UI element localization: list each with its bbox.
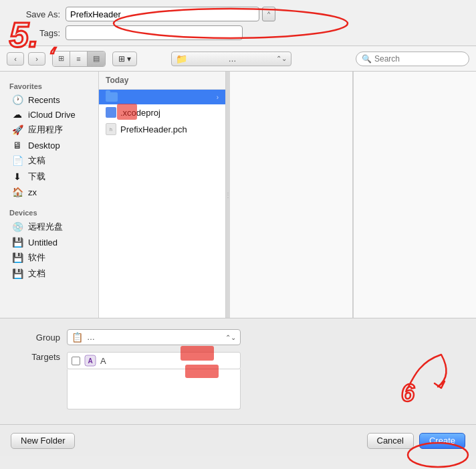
new-folder-button[interactable]: New Folder <box>11 433 75 449</box>
svg-text:A: A <box>88 357 92 365</box>
arrange-button[interactable]: ⊞ ▾ <box>112 52 137 66</box>
search-icon: 🔍 <box>362 54 372 64</box>
bottom-panel: Group 📋 … ⌃⌄ Targets A A <box>0 318 476 424</box>
sidebar-item-software[interactable]: 💾 软件 <box>3 250 96 266</box>
save-as-bar: Save As: ^ Tags: <box>0 0 476 46</box>
targets-rest <box>67 369 241 409</box>
xcodeproj-icon <box>106 107 116 118</box>
location-folder-icon: 📁 <box>176 54 187 64</box>
target-checkbox[interactable] <box>72 357 80 365</box>
location-chevrons: ⌃⌄ <box>276 55 287 62</box>
view-icon-button[interactable]: ⊞ <box>53 52 70 66</box>
expand-button[interactable]: ^ <box>262 7 275 21</box>
empty-column-2 <box>353 72 476 318</box>
search-input[interactable] <box>374 54 463 64</box>
view-column-button[interactable]: ▤ <box>88 52 105 66</box>
view-list-button[interactable]: ≡ <box>70 52 88 66</box>
file-columns: Today › .xcodeproj h PrefixHeader.pch <box>99 72 476 318</box>
group-label: Group <box>13 333 60 343</box>
tags-label: Tags: <box>13 28 60 38</box>
targets-label: Targets <box>13 352 60 362</box>
toolbar: ‹ › ⊞ ≡ ▤ ⊞ ▾ 📁 … ⌃⌄ 🔍 <box>0 46 476 72</box>
sidebar-item-docs2[interactable]: 💾 文档 <box>3 266 96 282</box>
file-item-pch[interactable]: h PrefixHeader.pch <box>99 120 225 138</box>
file-item-folder[interactable]: › <box>99 90 225 104</box>
file-column-today: Today › .xcodeproj h PrefixHeader.pch <box>99 72 226 318</box>
forward-button[interactable]: › <box>28 52 45 66</box>
cancel-button[interactable]: Cancel <box>367 433 414 449</box>
pch-icon: h <box>106 123 116 135</box>
sidebar-item-untitled[interactable]: 💾 Untitled <box>3 235 96 250</box>
downloads-icon: ⬇ <box>12 171 23 182</box>
save-as-input[interactable] <box>66 7 259 21</box>
remote-disk-icon: 💿 <box>12 221 23 232</box>
chevron-right-icon: › <box>217 94 219 101</box>
favorites-header: Favorites <box>0 78 98 92</box>
targets-row: Targets A A <box>13 352 463 409</box>
create-button[interactable]: Create <box>419 433 465 449</box>
sidebar-item-remote-disk[interactable]: 💿 远程光盘 <box>3 219 96 235</box>
footer-bar: New Folder Cancel Create <box>0 424 476 456</box>
documents-icon: 📄 <box>12 155 23 166</box>
sidebar-item-documents[interactable]: 📄 文稿 <box>3 153 96 169</box>
save-as-label: Save As: <box>13 9 60 19</box>
main-content: Favorites 🕐 Recents ☁ iCloud Drive 🚀 应用程… <box>0 72 476 318</box>
apps-icon: 🚀 <box>12 124 23 135</box>
home-icon: 🏠 <box>12 187 23 197</box>
folder-icon <box>106 92 118 102</box>
group-icon: 📋 <box>72 332 83 343</box>
sidebar-item-downloads[interactable]: ⬇ 下载 <box>3 169 96 185</box>
location-selector[interactable]: 📁 … ⌃⌄ <box>171 52 291 66</box>
sidebar-item-zx[interactable]: 🏠 zx <box>3 185 96 199</box>
back-button[interactable]: ‹ <box>7 52 24 66</box>
sidebar: Favorites 🕐 Recents ☁ iCloud Drive 🚀 应用程… <box>0 72 99 318</box>
recents-icon: 🕐 <box>12 94 23 105</box>
target-item[interactable]: A A <box>67 352 241 369</box>
software-icon: 💾 <box>12 252 23 263</box>
group-row: Group 📋 … ⌃⌄ <box>13 329 463 345</box>
targets-area: A A <box>67 352 241 409</box>
sidebar-item-icloud[interactable]: ☁ iCloud Drive <box>3 107 96 122</box>
tags-row: Tags: <box>13 25 463 40</box>
search-box[interactable]: 🔍 <box>356 52 469 66</box>
group-select[interactable]: 📋 … ⌃⌄ <box>67 329 241 345</box>
empty-column-1 <box>230 72 352 318</box>
desktop-icon: 🖥 <box>12 140 23 151</box>
tags-input[interactable] <box>66 25 243 40</box>
drive-icon: 💾 <box>12 237 23 248</box>
today-header: Today <box>99 72 225 90</box>
icloud-icon: ☁ <box>12 109 23 120</box>
devices-header: Devices <box>0 205 98 219</box>
view-buttons: ⊞ ≡ ▤ <box>52 51 106 67</box>
sidebar-item-desktop[interactable]: 🖥 Desktop <box>3 138 96 153</box>
sidebar-item-recents[interactable]: 🕐 Recents <box>3 92 96 107</box>
save-as-row: Save As: ^ <box>13 7 463 21</box>
sidebar-item-apps[interactable]: 🚀 应用程序 <box>3 122 96 138</box>
docs2-icon: 💾 <box>12 268 23 279</box>
group-select-arrow-icon: ⌃⌄ <box>225 334 236 341</box>
target-app-icon: A <box>84 355 96 367</box>
file-item-xcodeproj[interactable]: .xcodeproj <box>99 104 225 120</box>
